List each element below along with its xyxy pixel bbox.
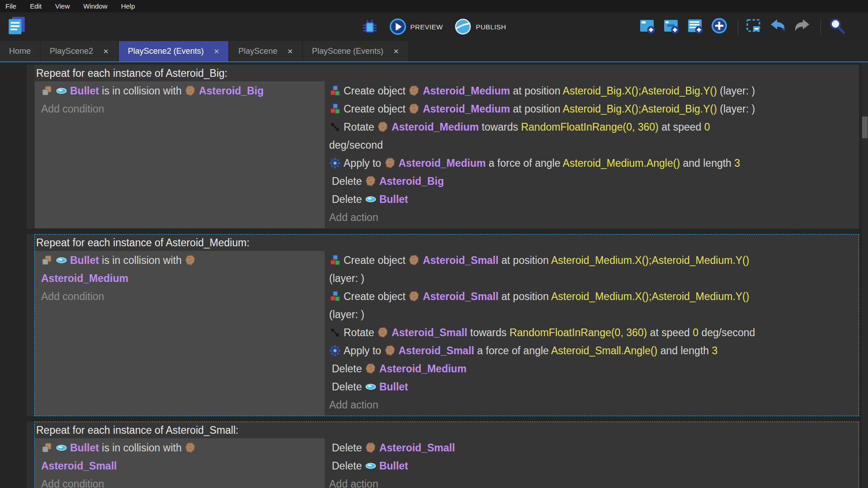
- instruction-text: towards: [479, 121, 521, 133]
- tab-close-icon[interactable]: ✕: [214, 47, 220, 56]
- tab-label: PlayScene: [238, 47, 277, 56]
- condition-line[interactable]: Bullet is in collision with: [41, 439, 322, 457]
- scrollbar-track[interactable]: [862, 62, 868, 488]
- publish-label: PUBLISH: [476, 23, 506, 31]
- tab-playscene2[interactable]: PlayScene2✕: [41, 41, 118, 61]
- tab-playscene[interactable]: PlayScene✕: [229, 41, 302, 61]
- expression: Asteroid_Medium.Angle(): [563, 157, 680, 169]
- action-line[interactable]: Create object Asteroid_Medium at positio…: [329, 100, 856, 118]
- action-line[interactable]: Delete Asteroid_Small: [329, 439, 856, 457]
- tab-home[interactable]: Home: [0, 41, 40, 61]
- collision-icon: [41, 254, 53, 266]
- instruction-text: Delete: [332, 175, 365, 187]
- action-line[interactable]: Rotate Asteroid_Medium towards RandomFlo…: [329, 118, 856, 136]
- condition-line[interactable]: Asteroid_Small: [41, 457, 322, 475]
- add-action-button[interactable]: Add action: [329, 475, 856, 488]
- preview-button[interactable]: PREVIEW: [389, 18, 443, 35]
- add-condition-button[interactable]: Add condition: [41, 287, 322, 305]
- action-line[interactable]: deg/second: [329, 136, 856, 154]
- asteroid-icon: [408, 103, 420, 115]
- instruction-text: Delete: [332, 442, 365, 454]
- add-condition-button[interactable]: Add condition: [41, 475, 322, 488]
- instruction-text: a force of angle: [486, 157, 562, 169]
- app-toolbar: PREVIEW PUBLISH: [0, 12, 868, 41]
- action-line[interactable]: Rotate Asteroid_Small towards RandomFloa…: [329, 324, 856, 342]
- instruction-text: is in collision with: [99, 254, 184, 266]
- tab-playscene2-events[interactable]: PlayScene2 (Events)✕: [119, 41, 229, 61]
- undo-button[interactable]: [769, 19, 789, 34]
- search-button[interactable]: [828, 19, 848, 34]
- event-body: Bullet is in collision with Asteroid_Med…: [35, 251, 859, 416]
- instruction-text: Rotate: [344, 121, 377, 133]
- remove-selection-button[interactable]: [745, 19, 765, 34]
- object-name: Bullet: [70, 85, 99, 97]
- condition-line[interactable]: Bullet is in collision with Asteroid_Big: [41, 82, 322, 100]
- event-block[interactable]: Repeat for each instance of Asteroid_Big…: [27, 65, 859, 229]
- menu-item-help[interactable]: Help: [121, 2, 135, 10]
- expression: 3: [734, 157, 740, 169]
- add-condition-button[interactable]: Add condition: [41, 100, 322, 118]
- instruction-text: Delete: [332, 363, 365, 375]
- scrollbar-thumb[interactable]: [862, 117, 868, 138]
- conditions-panel: Bullet is in collision with Asteroid_Med…: [35, 251, 325, 416]
- object-name: Asteroid_Medium: [423, 103, 510, 115]
- expression: Asteroid_Medium.X();Asteroid_Medium.Y(): [551, 291, 749, 302]
- action-line[interactable]: (layer: ): [329, 269, 856, 287]
- object-name: Asteroid_Medium: [423, 85, 510, 97]
- redo-button[interactable]: [793, 19, 813, 34]
- object-name: Asteroid_Small: [423, 254, 498, 266]
- event-content: Repeat for each instance of Asteroid_Big…: [34, 65, 859, 229]
- instruction-text: Create object: [344, 291, 408, 302]
- add-subevent-button[interactable]: [663, 19, 683, 34]
- action-line[interactable]: Delete Asteroid_Big: [329, 172, 856, 190]
- action-line[interactable]: Create object Asteroid_Small at position…: [329, 251, 856, 269]
- action-line[interactable]: Delete Bullet: [329, 457, 856, 475]
- action-line[interactable]: Apply to Asteroid_Small a force of angle…: [329, 342, 856, 360]
- tab-close-icon[interactable]: ✕: [287, 47, 293, 56]
- tab-playscene-events[interactable]: PlayScene (Events)✕: [303, 41, 408, 61]
- action-line[interactable]: Apply to Asteroid_Medium a force of angl…: [329, 154, 856, 172]
- add-comment-icon: [687, 17, 704, 34]
- tab-label: PlayScene2 (Events): [128, 47, 204, 56]
- menu-item-file[interactable]: File: [5, 2, 16, 10]
- event-block[interactable]: Repeat for each instance of Asteroid_Med…: [27, 234, 859, 416]
- add-event-button[interactable]: [639, 19, 659, 34]
- action-line[interactable]: Create object Asteroid_Small at position…: [329, 287, 856, 305]
- action-line[interactable]: Delete Bullet: [329, 190, 856, 208]
- object-name: Bullet: [70, 254, 99, 266]
- action-line[interactable]: Delete Bullet: [329, 378, 856, 396]
- instruction-text: at position: [499, 291, 551, 302]
- event-block[interactable]: Repeat for each instance of Asteroid_Sma…: [27, 422, 859, 488]
- object-name: Asteroid_Small: [399, 345, 474, 357]
- event-header[interactable]: Repeat for each instance of Asteroid_Med…: [35, 235, 859, 251]
- menu-item-window[interactable]: Window: [83, 2, 107, 10]
- instruction-text: Apply to: [344, 157, 384, 169]
- menu-item-view[interactable]: View: [55, 2, 70, 10]
- event-gutter[interactable]: [27, 422, 34, 488]
- add-circle-button[interactable]: [711, 19, 731, 34]
- action-line[interactable]: (layer: ): [329, 305, 856, 324]
- tab-close-icon[interactable]: ✕: [103, 47, 109, 56]
- add-action-button[interactable]: Add action: [329, 208, 856, 226]
- action-line[interactable]: Delete Asteroid_Medium: [329, 360, 856, 378]
- add-comment-button[interactable]: [687, 19, 707, 34]
- tab-close-icon[interactable]: ✕: [393, 47, 399, 56]
- asteroid-icon: [408, 85, 420, 97]
- instruction-text: deg/second: [698, 327, 755, 338]
- object-name: Asteroid_Big: [379, 175, 444, 187]
- play-icon: [389, 18, 406, 35]
- event-gutter[interactable]: [27, 234, 34, 416]
- menu-item-edit[interactable]: Edit: [30, 2, 42, 10]
- debug-icon[interactable]: [362, 19, 377, 34]
- add-action-button[interactable]: Add action: [329, 396, 856, 414]
- action-line[interactable]: Create object Asteroid_Medium at positio…: [329, 82, 856, 100]
- publish-button[interactable]: PUBLISH: [454, 18, 506, 35]
- condition-line[interactable]: Asteroid_Medium: [41, 269, 322, 287]
- event-gutter[interactable]: [27, 65, 34, 229]
- bullet-icon: [365, 460, 377, 472]
- instruction-text: is in collision with: [99, 442, 184, 454]
- expression: RandomFloatInRange(0, 360): [521, 121, 658, 133]
- event-header[interactable]: Repeat for each instance of Asteroid_Big…: [35, 65, 859, 81]
- event-header[interactable]: Repeat for each instance of Asteroid_Sma…: [35, 422, 859, 438]
- condition-line[interactable]: Bullet is in collision with: [41, 251, 322, 269]
